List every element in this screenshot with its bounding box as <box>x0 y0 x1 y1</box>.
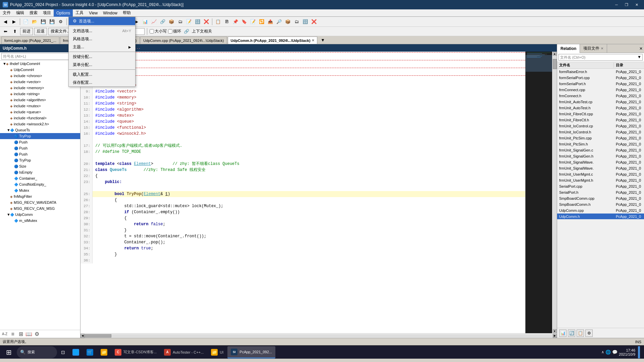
menu-help[interactable]: 帮助 <box>120 9 133 17</box>
toolbar-more1[interactable]: 📊 <box>141 18 149 26</box>
toolbar-open[interactable]: 📂 <box>31 18 39 26</box>
tray-msg[interactable]: 💬 <box>612 350 618 355</box>
file-row-3[interactable]: frmConnect.cpp PcApp_2021_0 <box>557 87 644 93</box>
toolbar-extra3[interactable]: 📌 <box>231 18 239 26</box>
file-row-20[interactable]: SerialPort.h PcApp_2021_0 <box>557 189 644 195</box>
retreat-button[interactable]: 后退 <box>34 28 47 35</box>
toolbar-more7[interactable]: 🔢 <box>194 18 202 26</box>
scroll-up-btn[interactable]: ▲ <box>553 52 557 56</box>
menu-view[interactable]: View <box>86 9 100 17</box>
menu-save-config[interactable]: 保存配置... <box>69 78 135 86</box>
toolbar-more6[interactable]: 📝 <box>185 18 193 26</box>
toolbar-settings[interactable]: ⚙ <box>57 18 65 26</box>
right-panel-x[interactable]: ✕ <box>638 46 644 51</box>
menu-edit[interactable]: 编辑 <box>13 9 27 17</box>
tree-item-mutex[interactable]: ◈ include <mutex> <box>0 103 80 109</box>
taskbar-taskview[interactable]: ⊡ <box>58 346 68 358</box>
footer-gear[interactable]: ⚙ <box>34 331 40 338</box>
file-row-17[interactable]: frmUnit_UserMgmt.c PcApp_2021_0 <box>557 171 644 177</box>
tree-expand-11[interactable]: ▼ <box>7 128 10 132</box>
right-panel-close-btn[interactable]: ✕ <box>638 46 644 51</box>
file-row-16[interactable]: frmUnit_SignalWave. PcApp_2021_0 <box>557 165 644 171</box>
toolbar-extra9[interactable]: 📦 <box>284 18 292 26</box>
tree-item-fnmsgfilter[interactable]: ◈ fnMsgFilter <box>0 193 80 199</box>
clock[interactable]: 17:46 2021/10/9 <box>619 348 635 356</box>
toolbar-extra4[interactable]: 🔖 <box>240 18 248 26</box>
file-row-24[interactable]: UdpComm.h PcApp_2021_0 <box>557 214 644 220</box>
toolbar-extra7[interactable]: 📤 <box>266 18 274 26</box>
right-tab-project-close[interactable]: ✕ <box>601 47 603 50</box>
taskbar-csdn[interactable]: C 写文章-CSDN博客... <box>111 346 160 358</box>
symbol-search-input[interactable] <box>1 53 79 60</box>
toolbar-extra2[interactable]: 🖹 <box>223 18 231 26</box>
nav-back-btn[interactable]: ⬅ <box>1 27 9 36</box>
tab-dropdown[interactable]: ▼ <box>319 36 327 44</box>
toolbar-fwd[interactable]: ▶ <box>10 18 18 26</box>
tree-expand-0[interactable]: ▼ <box>3 62 6 66</box>
hscroll-right-btn[interactable]: ▶ <box>553 334 557 338</box>
toolbar-more2[interactable]: 📈 <box>150 18 158 26</box>
file-row-23[interactable]: UdpComm.cpp PcApp_2021_0 <box>557 207 644 214</box>
loop-checkbox[interactable] <box>168 29 172 34</box>
taskbar-autotester[interactable]: A AutoTester - C++... <box>161 346 207 358</box>
tree-item-queuets[interactable]: ▼ 🔷 QueueTs <box>0 127 80 133</box>
menu-project[interactable]: 项目 <box>40 9 54 17</box>
scroll-thumb[interactable] <box>553 59 557 69</box>
file-row-15[interactable]: frmUnit_SignalWave. PcApp_2021_0 <box>557 159 644 165</box>
tree-item-condnotempty[interactable]: 🔷 CondNotEmpty_ <box>0 181 80 187</box>
file-row-18[interactable]: frmUnit_UserMgmt.h PcApp_2021_0 <box>557 177 644 183</box>
hscroll-track[interactable] <box>85 334 553 338</box>
tree-item-push-2[interactable]: 🔵 Push <box>0 145 80 151</box>
taskbar-browser[interactable]: 🌐 <box>69 346 83 358</box>
right-panel-search-input[interactable] <box>558 54 643 61</box>
start-button[interactable]: ⊞ <box>1 346 16 358</box>
file-row-0[interactable]: formRaiseError.h PcApp_2021_0 <box>557 69 644 75</box>
code-hscrollbar[interactable]: ◀ ▶ <box>80 333 557 338</box>
right-tab-project[interactable]: 项目文件 ✕ <box>580 44 607 53</box>
menu-style-options[interactable]: 风格选项... <box>69 35 135 43</box>
tree-item-udpcomm[interactable]: ▼ 🔷 UdpComm <box>0 212 80 218</box>
toolbar-extra10[interactable]: 🗂 <box>292 18 301 26</box>
footer-az[interactable]: A-Z <box>1 331 8 338</box>
file-row-5[interactable]: frmUnit_AutoTest.cp PcApp_2021_0 <box>557 99 644 105</box>
scroll-down-btn[interactable]: ▼ <box>553 329 557 333</box>
tree-item-push-1[interactable]: 🔵 Push <box>0 139 80 145</box>
tree-item-queue[interactable]: ◈ include <queue> <box>0 109 80 115</box>
code-scrollbar[interactable]: ▲ ▼ <box>552 52 557 333</box>
toolbar-extra11[interactable]: 🔢 <box>301 18 309 26</box>
case-checkbox[interactable] <box>150 29 154 34</box>
toolbar-close[interactable]: ❌ <box>202 18 210 26</box>
menu-menu-assign[interactable]: 菜单分配... <box>69 61 135 69</box>
menu-doc-options[interactable]: 文档选项... Alt+Y <box>69 27 135 35</box>
tree-item-canmsg[interactable]: ◈ MSG_RECV_CAN_MSG <box>0 205 80 212</box>
menu-load-config[interactable]: 载入配置... <box>69 70 135 78</box>
footer-list[interactable]: ≡ <box>9 331 16 338</box>
minimize-button[interactable]: ─ <box>612 1 621 8</box>
file-row-22[interactable]: SmpBoardComm.h PcApp_2021_0 <box>557 201 644 207</box>
toolbar-new[interactable]: 📄 <box>22 18 30 26</box>
advance-button[interactable]: 前进 <box>20 28 33 35</box>
tree-item-container[interactable]: 🔷 Container_ <box>0 175 80 181</box>
toolbar-extra8[interactable]: 🔎 <box>275 18 283 26</box>
file-row-12[interactable]: frmUnit_PtcSim.h PcApp_2021_0 <box>557 141 644 147</box>
code-editor[interactable]: #define UdpCommH 6: #define UdpCommH <box>80 52 525 333</box>
tree-expand-25[interactable]: ▼ <box>7 213 10 217</box>
menu-search[interactable]: 搜索 <box>27 9 40 17</box>
tab-3-close[interactable]: ✕ <box>312 39 314 42</box>
tray-chevron[interactable]: ∧ <box>601 350 604 354</box>
menu-preferences[interactable]: ⚙首选项... <box>69 17 135 25</box>
tree-item-isempty[interactable]: 🔵 IsEmpty <box>0 169 80 175</box>
tree-item-mutex-var[interactable]: 🔷 Mutex <box>0 187 80 193</box>
file-row-14[interactable]: frmUnit_SignalGen.h PcApp_2021_0 <box>557 153 644 159</box>
hscroll-left-btn[interactable]: ◀ <box>80 334 85 338</box>
right-tab-relation[interactable]: Relation <box>557 44 580 53</box>
menu-options[interactable]: Options <box>54 9 73 17</box>
file-row-19[interactable]: SerialPort.cpp PcApp_2021_0 <box>557 183 644 189</box>
menu-theme[interactable]: 主题... ▶ <box>69 43 135 51</box>
toolbar-extra5[interactable]: 📝 <box>249 18 257 26</box>
file-row-21[interactable]: SmpBoardComm.cpp PcApp_2021_0 <box>557 195 644 201</box>
rp-footer-btn-2[interactable]: 📋 <box>577 329 584 337</box>
file-row-1[interactable]: formSerialPort.cpp PcApp_2021_0 <box>557 75 644 81</box>
toolbar-more3[interactable]: 🔗 <box>159 18 167 26</box>
toolbar-extra12[interactable]: ❌ <box>310 18 318 26</box>
